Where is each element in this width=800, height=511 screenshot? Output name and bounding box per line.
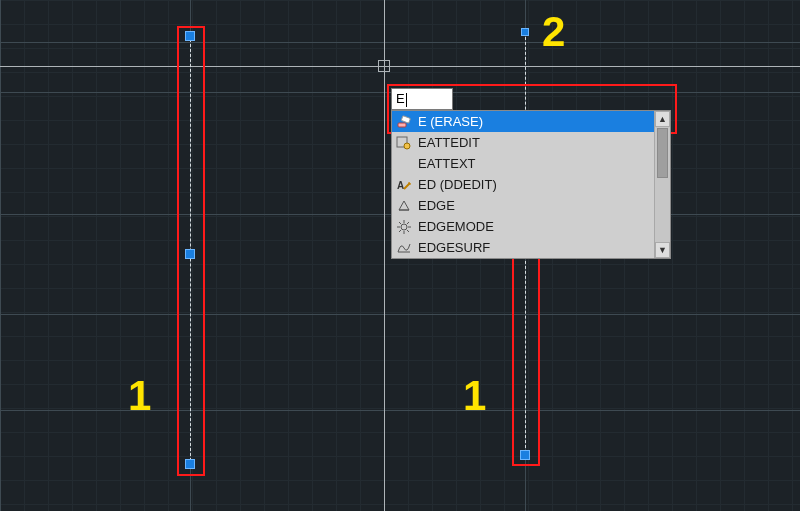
cursor-crosshair-h: [0, 66, 800, 67]
grip-endpoint[interactable]: [521, 28, 529, 36]
annotation-label: 1: [128, 372, 151, 420]
annotation-label: 1: [463, 372, 486, 420]
suggestion-item[interactable]: EATTEDIT: [392, 132, 670, 153]
suggestion-label: E (ERASE): [418, 114, 666, 129]
svg-rect-0: [398, 123, 406, 127]
cursor-crosshair-v: [384, 0, 385, 511]
attedit-icon: [396, 135, 412, 151]
erase-icon: [396, 114, 412, 130]
suggestion-item[interactable]: EATTEXT: [392, 153, 670, 174]
suggestion-label: EDGEMODE: [418, 219, 666, 234]
scroll-up-button[interactable]: ▲: [655, 111, 670, 127]
edge-icon: [396, 198, 412, 214]
svg-point-3: [404, 143, 410, 149]
svg-line-10: [399, 222, 401, 224]
suggestion-item[interactable]: E (ERASE): [392, 111, 670, 132]
grid-line-h: [0, 314, 800, 315]
suggestion-item[interactable]: A ED (DDEDIT): [392, 174, 670, 195]
suggestion-item[interactable]: EDGEMODE: [392, 216, 670, 237]
suggestion-label: EDGE: [418, 198, 666, 213]
annotation-highlight: [177, 26, 205, 476]
suggestion-item[interactable]: EDGE: [392, 195, 670, 216]
scroll-down-button[interactable]: ▼: [655, 242, 670, 258]
suggestion-label: EDGESURF: [418, 240, 666, 255]
scroll-thumb[interactable]: [657, 128, 668, 178]
ddedit-icon: A: [396, 177, 412, 193]
suggestions-scrollbar[interactable]: ▲ ▼: [654, 111, 670, 258]
chevron-down-icon: ▼: [658, 245, 667, 255]
svg-text:A: A: [397, 180, 404, 191]
svg-rect-1: [401, 115, 410, 122]
suggestion-label: EATTEXT: [418, 156, 666, 171]
suggestion-label: EATTEDIT: [418, 135, 666, 150]
svg-point-5: [401, 224, 407, 230]
grid-line-v: [0, 0, 1, 511]
chevron-up-icon: ▲: [658, 114, 667, 124]
annotation-highlight: [512, 244, 540, 466]
drawing-canvas[interactable]: 1 1 2 E E (ERASE) EATTEDIT EATTEXT A: [0, 0, 800, 511]
suggestion-item[interactable]: EDGESURF: [392, 237, 670, 258]
blank-icon: [396, 156, 412, 172]
cursor-pickbox: [378, 60, 390, 72]
svg-line-13: [407, 222, 409, 224]
grid-line-h: [0, 410, 800, 411]
suggestion-label: ED (DDEDIT): [418, 177, 666, 192]
svg-line-12: [399, 230, 401, 232]
command-suggestions[interactable]: E (ERASE) EATTEDIT EATTEXT A ED (DDEDIT)…: [391, 110, 671, 259]
svg-line-11: [407, 230, 409, 232]
annotation-label: 2: [542, 8, 565, 56]
gear-icon: [396, 219, 412, 235]
edgesurf-icon: [396, 240, 412, 256]
grid-line-h: [0, 42, 800, 43]
